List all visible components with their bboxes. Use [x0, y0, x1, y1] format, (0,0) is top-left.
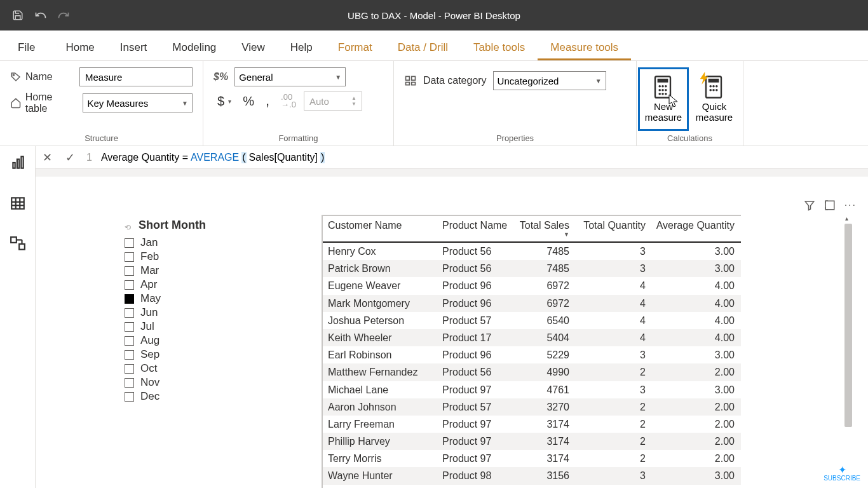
tab-modeling[interactable]: Modeling: [159, 35, 229, 60]
checkbox-icon[interactable]: [125, 238, 134, 248]
table-row[interactable]: Mark MontgomeryProduct 96697244.00: [323, 295, 741, 312]
slicer-item[interactable]: Apr: [125, 278, 264, 292]
slicer-item[interactable]: Oct: [125, 362, 264, 376]
tab-file[interactable]: File: [0, 35, 53, 60]
table-row[interactable]: Phillip HarveyProduct 97317422.00: [323, 433, 741, 450]
slicer-item[interactable]: Dec: [125, 390, 264, 403]
slicer-item[interactable]: Nov: [125, 376, 264, 390]
checkbox-icon[interactable]: [125, 294, 134, 304]
table-visual[interactable]: Customer Name Product Name Total Sales▼ …: [322, 215, 741, 488]
thousands-button[interactable]: ,: [262, 92, 273, 111]
percent-button[interactable]: %: [239, 93, 258, 110]
report-canvas[interactable]: ··· ⟲ Short Month JanFebMarAprMayJunJulA…: [36, 177, 868, 488]
table-row[interactable]: Christopher WeaverProduct 56249511.00: [323, 485, 741, 488]
table-row[interactable]: Henry CoxProduct 56748533.00: [323, 243, 741, 260]
data-view-button[interactable]: [5, 191, 31, 216]
table-row[interactable]: Aaron JohnsonProduct 57327022.00: [323, 398, 741, 416]
sort-desc-icon: ▼: [520, 231, 569, 238]
decimals-stepper[interactable]: Auto ▲▼: [304, 92, 362, 111]
col-sales[interactable]: Total Sales▼: [513, 216, 574, 241]
formula-text[interactable]: 1 Average Quantity = AVERAGE( Sales[Quan…: [81, 152, 325, 163]
col-customer[interactable]: Customer Name: [323, 216, 437, 241]
col-product[interactable]: Product Name: [437, 216, 513, 241]
svg-rect-37: [825, 201, 834, 210]
table-row[interactable]: Wayne HunterProduct 98315633.00: [323, 467, 741, 484]
tab-view[interactable]: View: [229, 35, 278, 60]
tab-tabletools[interactable]: Table tools: [461, 35, 538, 60]
decimals-icon[interactable]: .00→.0: [277, 92, 300, 109]
svg-point-11: [661, 89, 664, 92]
svg-rect-2: [412, 76, 416, 80]
group-calculations-label: Calculations: [638, 133, 742, 143]
hometable-label: Home table: [25, 92, 77, 114]
format-select[interactable]: General▼: [234, 67, 346, 86]
home-icon: [10, 97, 22, 109]
slicer-item-label: Sep: [140, 348, 159, 361]
table-row[interactable]: Matthew FernandezProduct 56499022.00: [323, 363, 741, 381]
slicer-item[interactable]: Jan: [125, 236, 264, 250]
filter-icon[interactable]: [804, 200, 815, 211]
slicer-item[interactable]: Jul: [125, 320, 264, 334]
checkbox-icon[interactable]: [125, 364, 134, 374]
checkbox-icon[interactable]: [125, 336, 134, 346]
tab-datadrill[interactable]: Data / Drill: [385, 35, 461, 60]
name-input[interactable]: [79, 67, 193, 86]
tab-help[interactable]: Help: [278, 35, 325, 60]
datacategory-select[interactable]: Uncategorized▼: [493, 71, 606, 90]
table-row[interactable]: Michael LaneProduct 97476133.00: [323, 381, 741, 398]
ribbon-tabs: File Home Insert Modeling View Help Form…: [0, 30, 868, 61]
checkbox-icon[interactable]: [125, 280, 134, 290]
focus-mode-icon[interactable]: [824, 200, 836, 211]
table-row[interactable]: Terry MorrisProduct 97317422.00: [323, 450, 741, 467]
table-row[interactable]: Eugene WeaverProduct 96697244.00: [323, 277, 741, 294]
slicer-item[interactable]: May: [125, 292, 264, 306]
slicer-item[interactable]: Sep: [125, 348, 264, 362]
new-measure-button[interactable]: New measure: [638, 67, 689, 131]
checkbox-icon[interactable]: [125, 308, 134, 318]
table-row[interactable]: Larry FreemanProduct 97317422.00: [323, 416, 741, 433]
tab-measuretools[interactable]: Measure tools: [538, 35, 631, 60]
checkbox-icon[interactable]: [125, 378, 134, 388]
svg-marker-36: [805, 201, 814, 210]
slicer-item[interactable]: Aug: [125, 334, 264, 348]
slicer-item-label: Apr: [140, 278, 157, 291]
slicer-item[interactable]: Mar: [125, 264, 264, 278]
checkbox-icon[interactable]: [125, 350, 134, 360]
slicer-item[interactable]: Feb: [125, 250, 264, 264]
checkbox-icon[interactable]: [125, 322, 134, 332]
checkbox-icon[interactable]: [125, 392, 134, 402]
col-qty[interactable]: Total Quantity: [574, 216, 651, 241]
formula-cancel-button[interactable]: ✕: [36, 146, 58, 169]
undo-icon[interactable]: [34, 9, 47, 22]
tab-format[interactable]: Format: [325, 35, 385, 60]
table-row[interactable]: Earl RobinsonProduct 96522933.00: [323, 346, 741, 363]
tab-home[interactable]: Home: [53, 35, 107, 60]
model-view-button[interactable]: [5, 231, 31, 257]
table-row[interactable]: Keith WheelerProduct 17540444.00: [323, 329, 741, 346]
quick-measure-button[interactable]: Quick measure: [689, 67, 740, 131]
table-row[interactable]: Patrick BrownProduct 56748533.00: [323, 260, 741, 277]
slicer-item-label: Jul: [140, 320, 154, 333]
col-avg[interactable]: Average Quantity: [651, 216, 740, 241]
formula-commit-button[interactable]: ✓: [58, 146, 81, 169]
svg-point-20: [715, 85, 718, 88]
checkbox-icon[interactable]: [125, 252, 134, 262]
slicer-shortmonth[interactable]: ⟲ Short Month JanFebMarAprMayJunJulAugSe…: [125, 219, 264, 403]
save-icon[interactable]: [11, 9, 24, 22]
svg-point-8: [661, 85, 664, 88]
more-options-icon[interactable]: ···: [844, 200, 857, 211]
checkbox-icon[interactable]: [125, 266, 134, 276]
hometable-select[interactable]: Key Measures▼: [83, 93, 193, 112]
tab-insert[interactable]: Insert: [107, 35, 160, 60]
currency-button[interactable]: $▾: [214, 93, 235, 110]
svg-point-9: [665, 85, 667, 88]
redo-icon[interactable]: [57, 9, 70, 22]
svg-point-14: [661, 93, 664, 95]
table-row[interactable]: Joshua PetersonProduct 57654044.00: [323, 312, 741, 329]
slicer-item[interactable]: Jun: [125, 306, 264, 320]
formula-bar[interactable]: ✕ ✓ 1 Average Quantity = AVERAGE( Sales[…: [36, 146, 868, 169]
report-view-button[interactable]: [5, 150, 31, 175]
vertical-scrollbar[interactable]: ▴: [844, 215, 853, 488]
window-title: UBG to DAX - Model - Power BI Desktop: [0, 10, 868, 21]
slicer-eraser-icon[interactable]: ⟲: [125, 223, 131, 232]
